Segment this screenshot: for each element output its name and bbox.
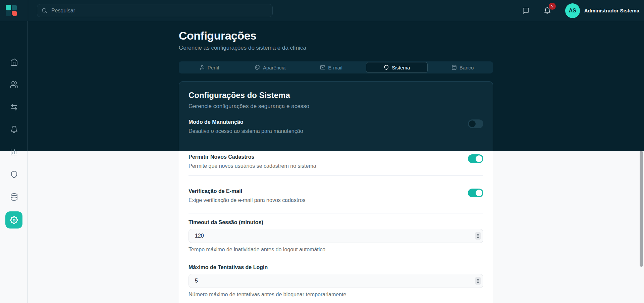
session-timeout-input[interactable] [189,229,483,243]
vertical-scrollbar-thumb[interactable] [640,151,643,267]
settings-tabbar: Perfil Aparência E-mail Sistema Banco [179,61,493,73]
stepper-down-icon[interactable] [477,282,479,283]
search-icon [42,8,47,13]
number-stepper[interactable] [475,277,481,285]
sidebar [0,21,28,303]
gear-icon [10,216,18,224]
tab-email[interactable]: E-mail [301,61,362,73]
sidebar-item-transfers[interactable] [0,102,28,112]
sidebar-item-home[interactable] [0,57,28,67]
setting-description: Permite que novos usuários se cadastrem … [189,162,316,170]
logo-tile-red [12,11,17,16]
field-label: Timeout da Sessão (minutos) [189,219,483,226]
tab-banco[interactable]: Banco [432,61,493,73]
logo-tile-teal [6,5,11,10]
palette-icon [255,65,260,70]
message-square-icon [522,7,530,14]
toggle-knob [476,190,482,196]
chat-button[interactable] [520,5,532,16]
search-input[interactable] [37,4,273,17]
setting-label: Modo de Manutenção [189,118,303,126]
shield-icon [10,170,18,179]
setting-field-max-login-attempts: Máximo de Tentativas de Login Número máx… [189,264,483,298]
top-header: 5 AS Administrador Sistema [0,0,644,21]
sidebar-item-database[interactable] [0,192,28,202]
logo-tile-darker [6,11,11,16]
setting-row-maintenance: Modo de Manutenção Desativa o acesso ao … [189,118,483,135]
notification-badge: 5 [549,3,556,10]
row-divider [189,213,483,213]
stepper-up-icon[interactable] [477,234,479,235]
tab-sistema[interactable]: Sistema [366,62,428,73]
notifications-button[interactable]: 5 [542,5,553,16]
setting-label: Verificação de E-mail [189,188,306,195]
card-subtitle: Gerencie configurações de segurança e ac… [189,103,483,110]
setting-field-session-timeout: Timeout da Sessão (minutos) Tempo máximo… [189,219,483,253]
maintenance-toggle[interactable] [468,119,483,128]
header-actions: 5 AS Administrador Sistema [520,0,639,21]
logo-tile-dark [12,5,17,10]
new-registrations-toggle[interactable] [468,154,483,163]
setting-row-email-verification: Verificação de E-mail Exige verificação … [189,188,483,204]
tab-label: E-mail [328,65,342,70]
field-label: Máximo de Tentativas de Login [189,264,483,271]
global-search [37,4,273,17]
setting-row-new-registrations: Permitir Novos Cadastros Permite que nov… [189,153,483,170]
sidebar-item-security[interactable] [0,170,28,179]
system-settings-card: Configurações do Sistema Gerencie config… [179,81,493,303]
tab-label: Sistema [392,65,410,70]
header-divider [28,0,28,21]
sidebar-item-users[interactable] [0,80,28,89]
setting-label: Permitir Novos Cadastros [189,153,316,161]
tab-label: Perfil [208,65,219,70]
sidebar-item-notifications[interactable] [0,125,28,134]
database-icon [10,193,18,201]
row-divider [189,175,483,176]
mail-icon [320,65,325,70]
tab-perfil[interactable]: Perfil [179,61,240,73]
toggle-knob [469,120,476,127]
tab-label: Banco [460,65,474,70]
sidebar-item-reports[interactable] [0,147,28,157]
user-name: Administrador Sistema [584,8,639,13]
max-login-attempts-input[interactable] [189,274,483,288]
bell-icon [10,125,18,134]
app-logo[interactable] [6,5,17,16]
avatar[interactable]: AS [565,3,580,18]
home-icon [10,58,18,66]
page-title: Configurações [179,28,257,43]
shield-icon [384,65,389,70]
email-verification-toggle[interactable] [468,189,483,197]
number-stepper[interactable] [475,232,481,240]
field-help-text: Número máximo de tentativas antes de blo… [189,291,483,298]
setting-description: Exige verificação de e-mail para novos c… [189,197,306,204]
setting-description: Desativa o acesso ao sistema para manute… [189,128,303,135]
sidebar-item-settings-active[interactable] [5,211,22,229]
page-subtitle: Gerencie as configurações do sistema e d… [179,44,306,52]
tab-aparencia[interactable]: Aparência [240,61,301,73]
user-icon [200,65,205,70]
database-icon [451,65,457,70]
toggle-knob [476,155,482,162]
bar-chart-icon [10,148,18,156]
transfer-arrows-icon [10,103,18,111]
tab-label: Aparência [263,65,286,70]
stepper-down-icon[interactable] [477,237,479,238]
field-help-text: Tempo máximo de inatividade antes do log… [189,246,483,253]
users-icon [10,81,18,89]
card-title: Configurações do Sistema [189,90,483,100]
stepper-up-icon[interactable] [477,279,479,280]
